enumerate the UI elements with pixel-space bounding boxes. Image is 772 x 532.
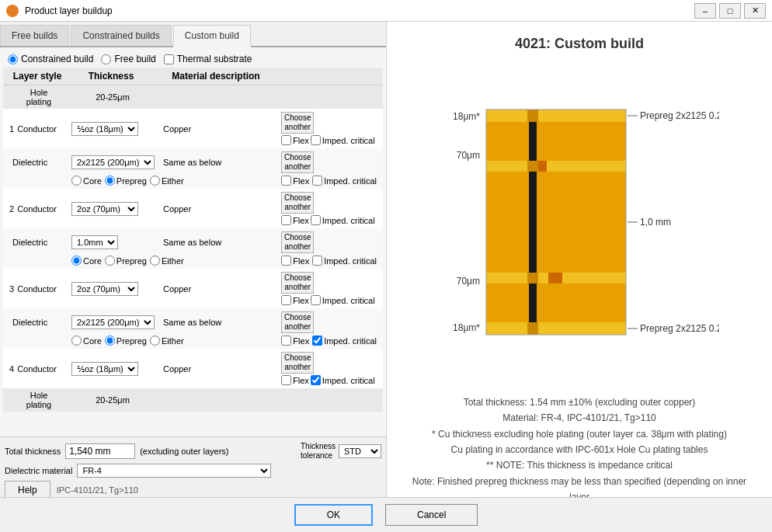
maximize-button[interactable]: □ bbox=[719, 3, 741, 19]
dielectric-1-either-label[interactable]: Either bbox=[150, 176, 184, 186]
layer-4-flex-label[interactable]: Flex bbox=[281, 375, 309, 385]
layer-3-flex-check[interactable] bbox=[281, 295, 291, 305]
layer-4-imped-label[interactable]: Imped. critical bbox=[311, 375, 375, 385]
layer-4-flex-check[interactable] bbox=[281, 375, 291, 385]
layer-2-flex-check[interactable] bbox=[281, 215, 291, 225]
minimize-button[interactable]: – bbox=[694, 3, 716, 19]
dielectric-1-prepreg-label[interactable]: Prepreg bbox=[105, 176, 147, 186]
dielectric-3-flex-check[interactable] bbox=[281, 336, 291, 346]
dielectric-2-flex-label[interactable]: Flex bbox=[281, 256, 309, 266]
via-l2 bbox=[527, 161, 538, 172]
layer-1-imped-label[interactable]: Imped. critical bbox=[311, 135, 375, 145]
col-header-actions bbox=[278, 69, 363, 83]
col-header-thickness: Thickness bbox=[68, 69, 154, 83]
dielectric-1-core-radio[interactable] bbox=[71, 176, 82, 186]
layer-2-choose-another-btn[interactable]: Chooseanother bbox=[281, 192, 314, 214]
layer-1-imped-check[interactable] bbox=[311, 135, 321, 145]
tolerance-label: Thicknesstolerance bbox=[301, 442, 336, 461]
dielectric-3-choose-another-btn[interactable]: Chooseanother bbox=[281, 311, 314, 333]
dielectric-3-flex-label[interactable]: Flex bbox=[281, 336, 309, 346]
total-thickness-label: Total thickness bbox=[5, 447, 61, 456]
layer-4-choose-another-btn[interactable]: Chooseanother bbox=[281, 352, 314, 374]
layer-copper-2 bbox=[486, 161, 626, 172]
layer-core bbox=[486, 172, 626, 273]
dielectric-1-choose-another-btn[interactable]: Chooseanother bbox=[281, 151, 314, 173]
dielectric-2-flex-check[interactable] bbox=[281, 256, 291, 266]
layer-3-flex-label[interactable]: Flex bbox=[281, 295, 309, 305]
dielectric-2-core-radio[interactable] bbox=[71, 256, 82, 266]
total-thickness-input[interactable] bbox=[65, 443, 135, 459]
dielectric-1-prepreg-radio[interactable] bbox=[105, 176, 115, 186]
dielectric-1-imped-check[interactable] bbox=[312, 176, 322, 186]
dielectric-1-type-row: Core Prepreg Either Flex Imped. critical bbox=[6, 175, 380, 187]
dielectric-3-imped-label[interactable]: Imped. critical bbox=[312, 336, 377, 346]
hole-plating-value-2: 20-25μm bbox=[70, 395, 155, 405]
layer-1-flex-label[interactable]: Flex bbox=[281, 135, 309, 145]
tab-custom-build[interactable]: Custom build bbox=[173, 25, 251, 47]
info-line-3: * Cu thickness excluding hole plating (o… bbox=[402, 426, 756, 442]
via-top bbox=[527, 110, 538, 122]
label-70um-bottom: 70μm bbox=[457, 276, 480, 287]
dielectric-1-core-label[interactable]: Core bbox=[71, 176, 102, 186]
dielectric-2-imped-check[interactable] bbox=[312, 256, 322, 266]
label-18um-top: 18μm* bbox=[453, 111, 480, 122]
layer-3-choose-another-btn[interactable]: Chooseanother bbox=[281, 272, 314, 294]
dielectric-2-core-label[interactable]: Core bbox=[71, 256, 102, 266]
thermal-checkbox-label[interactable]: Thermal substrate bbox=[164, 54, 252, 64]
dielectric-material-select[interactable]: FR-4 Rogers Isola bbox=[77, 464, 271, 478]
ok-button[interactable]: OK bbox=[294, 504, 373, 526]
label-prepreg-bottom: Prepreg 2x2125 0.2 mm bbox=[640, 323, 719, 334]
dielectric-1-thickness-select[interactable]: 2x2125 (200μm) 1x2125 (100μm) bbox=[71, 155, 155, 169]
dielectric-1-flex-label[interactable]: Flex bbox=[281, 176, 309, 186]
layer-3-imped-label[interactable]: Imped. critical bbox=[311, 295, 375, 305]
free-radio[interactable] bbox=[101, 54, 111, 64]
dielectric-2-thickness-select[interactable]: 1.0mm 0.8mm 1.2mm bbox=[71, 235, 118, 249]
layer-3-thickness-select[interactable]: 1oz (35μm) 2oz (70μm) ⅟₂oz (18μm) bbox=[71, 282, 138, 296]
tolerance-select[interactable]: STD ±10% ±0.1mm bbox=[339, 444, 381, 458]
dielectric-2-prepreg-label[interactable]: Prepreg bbox=[105, 256, 147, 266]
dielectric-2-either-radio[interactable] bbox=[150, 256, 160, 266]
label-18um-bottom: 18μm* bbox=[453, 322, 480, 333]
dielectric-2-choose-another-btn[interactable]: Chooseanother bbox=[281, 231, 314, 253]
dielectric-1-row: Dielectric 2x2125 (200μm) 1x2125 (100μm)… bbox=[6, 150, 380, 175]
layer-3-material: Copper bbox=[163, 284, 191, 294]
window-title: Product layer buildup bbox=[25, 5, 694, 16]
dielectric-1-imped-label[interactable]: Imped. critical bbox=[312, 176, 377, 186]
dielectric-2-imped-label[interactable]: Imped. critical bbox=[312, 256, 377, 266]
total-thickness-row: Total thickness (excluding outer layers)… bbox=[5, 440, 381, 462]
layer-3-imped-check[interactable] bbox=[311, 295, 321, 305]
dielectric-1-either-radio[interactable] bbox=[150, 176, 160, 186]
layer-1-flex-check[interactable] bbox=[281, 135, 291, 145]
dielectric-3-core-radio[interactable] bbox=[71, 336, 82, 346]
close-button[interactable]: ✕ bbox=[744, 3, 766, 19]
col-header-material: Material description bbox=[154, 69, 278, 83]
thermal-checkbox[interactable] bbox=[164, 54, 174, 64]
hole-plating-top: Holeplating 20-25μm bbox=[3, 85, 383, 109]
dielectric-3-either-radio[interactable] bbox=[150, 336, 160, 346]
dielectric-3-imped-check[interactable] bbox=[312, 336, 322, 346]
dielectric-3-prepreg-radio[interactable] bbox=[105, 336, 115, 346]
layer-bottom-copper bbox=[486, 322, 626, 335]
constrained-radio[interactable] bbox=[8, 54, 18, 64]
free-radio-label[interactable]: Free build bbox=[101, 54, 155, 64]
tab-constrained-builds[interactable]: Constrained builds bbox=[71, 25, 171, 46]
dielectric-1-flex-check[interactable] bbox=[281, 176, 291, 186]
dielectric-3-either-label[interactable]: Either bbox=[150, 336, 184, 346]
layer-4-thickness-select[interactable]: ⅟₂oz (18μm) 1oz (35μm) 2oz (70μm) bbox=[71, 362, 138, 376]
layer-2-flex-label[interactable]: Flex bbox=[281, 215, 309, 225]
layer-1-choose-another-btn[interactable]: Chooseanother bbox=[281, 112, 314, 134]
constrained-radio-label[interactable]: Constrained build bbox=[8, 54, 93, 64]
layer-4-imped-check[interactable] bbox=[311, 375, 321, 385]
layer-2-thickness-select[interactable]: 1oz (35μm) 2oz (70μm) ⅟₂oz (18μm) bbox=[71, 202, 138, 216]
cancel-button[interactable]: Cancel bbox=[385, 504, 478, 526]
dielectric-3-prepreg-label[interactable]: Prepreg bbox=[105, 336, 147, 346]
layer-1-thickness-select[interactable]: ⅟₂oz (18μm) 1oz (35μm) 2oz (70μm) bbox=[71, 122, 138, 136]
dielectric-3-thickness-select[interactable]: 2x2125 (200μm) 1x2125 (100μm) bbox=[71, 315, 155, 329]
dielectric-2-prepreg-radio[interactable] bbox=[105, 256, 115, 266]
layer-2-imped-label[interactable]: Imped. critical bbox=[311, 215, 375, 225]
dielectric-2-either-label[interactable]: Either bbox=[150, 256, 184, 266]
dielectric-3-core-label[interactable]: Core bbox=[71, 336, 102, 346]
layer-2-imped-check[interactable] bbox=[311, 215, 321, 225]
dielectric-3-section: Dielectric 2x2125 (200μm) 1x2125 (100μm)… bbox=[3, 308, 383, 349]
tab-free-builds[interactable]: Free builds bbox=[0, 25, 69, 46]
